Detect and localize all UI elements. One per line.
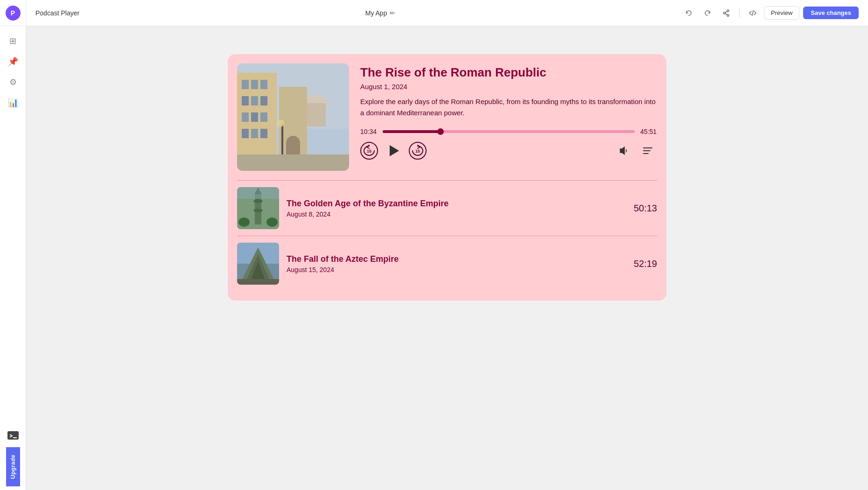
menu-line-3 — [643, 153, 649, 154]
episode-thumbnail-1 — [237, 187, 279, 229]
topbar-divider — [739, 8, 740, 18]
play-icon — [390, 145, 399, 156]
sidebar-item-settings[interactable]: ⚙ — [4, 73, 22, 91]
featured-thumbnail — [237, 63, 349, 171]
episode-thumbnail-2 — [237, 243, 279, 285]
episode-menu-button[interactable] — [638, 141, 657, 160]
episode-duration-1: 50:13 — [629, 203, 657, 214]
current-time: 10:34 — [360, 128, 377, 135]
featured-info: The Rise of the Roman Republic August 1,… — [360, 63, 657, 171]
share-button[interactable] — [719, 6, 734, 21]
svg-line-7 — [752, 11, 753, 15]
episode-info-1: The Golden Age of the Byzantine Empire A… — [287, 199, 622, 218]
undo-button[interactable] — [681, 6, 696, 21]
svg-point-4 — [727, 14, 729, 16]
progress-row: 10:34 45:51 — [360, 128, 657, 135]
svg-point-36 — [253, 209, 263, 212]
svg-rect-20 — [251, 112, 258, 122]
svg-rect-22 — [242, 129, 249, 138]
sidebar-item-grid[interactable]: ⊞ — [4, 32, 22, 50]
svg-line-6 — [725, 14, 727, 15]
svg-rect-17 — [251, 96, 258, 105]
topbar-left: Podcast Player — [35, 9, 79, 17]
svg-rect-19 — [242, 112, 249, 122]
svg-rect-23 — [251, 129, 258, 138]
sidebar: P ⊞ 📌 ⚙ 📊 Upgrade — [0, 0, 26, 490]
svg-marker-32 — [620, 147, 624, 154]
terminal-icon[interactable] — [4, 427, 22, 445]
featured-title: The Rise of the Roman Republic — [360, 65, 657, 80]
svg-rect-40 — [237, 187, 279, 199]
episode-info-2: The Fall of the Aztec Empire August 15, … — [287, 254, 622, 273]
svg-rect-21 — [260, 112, 267, 122]
topbar-right: Preview Save changes — [681, 6, 859, 21]
svg-rect-46 — [237, 279, 279, 285]
svg-rect-14 — [251, 80, 258, 89]
featured-description: Explore the early days of the Roman Repu… — [360, 96, 657, 119]
svg-text:15: 15 — [367, 149, 371, 154]
main-content: Podcast Player My App ✏ — [26, 0, 868, 490]
episode-item[interactable]: The Fall of the Aztec Empire August 15, … — [237, 236, 657, 291]
svg-text:15: 15 — [415, 149, 420, 154]
svg-point-35 — [253, 199, 263, 203]
svg-rect-18 — [260, 96, 267, 105]
svg-rect-0 — [7, 431, 19, 440]
episode-date-2: August 15, 2024 — [287, 266, 622, 273]
preview-button[interactable]: Preview — [764, 6, 799, 20]
episode-title-2: The Fall of the Aztec Empire — [287, 254, 622, 264]
progress-handle[interactable] — [437, 128, 444, 135]
app-logo: P — [6, 6, 21, 21]
svg-point-38 — [238, 217, 250, 227]
topbar-center: My App ✏ — [365, 9, 396, 17]
redo-button[interactable] — [700, 6, 715, 21]
sidebar-bottom: Upgrade — [4, 427, 22, 490]
svg-point-3 — [723, 12, 725, 14]
svg-point-39 — [266, 217, 278, 227]
sidebar-item-pin[interactable]: 📌 — [4, 52, 22, 71]
svg-rect-24 — [260, 129, 267, 138]
total-time: 45:51 — [640, 128, 657, 135]
app-name-label: Podcast Player — [35, 9, 79, 17]
menu-line-2 — [643, 150, 651, 151]
controls-left: 15 — [360, 141, 427, 161]
svg-rect-15 — [260, 80, 267, 89]
svg-line-5 — [725, 11, 727, 13]
play-button[interactable] — [384, 141, 403, 161]
code-button[interactable] — [745, 6, 760, 21]
progress-bar[interactable] — [383, 130, 635, 133]
volume-button[interactable] — [614, 141, 633, 160]
controls-row: 15 — [360, 141, 657, 161]
episode-date-1: August 8, 2024 — [287, 210, 622, 218]
episode-title-1: The Golden Age of the Byzantine Empire — [287, 199, 622, 209]
menu-lines-icon — [643, 147, 652, 154]
rewind-15-button[interactable]: 15 — [360, 142, 378, 160]
featured-episode: The Rise of the Roman Republic August 1,… — [237, 63, 657, 180]
edit-title-icon[interactable]: ✏ — [390, 9, 395, 17]
app-title-label: My App — [365, 9, 387, 17]
episode-item[interactable]: The Golden Age of the Byzantine Empire A… — [237, 181, 657, 236]
svg-rect-29 — [237, 154, 349, 171]
svg-rect-16 — [242, 96, 249, 105]
controls-right — [614, 141, 657, 160]
svg-point-2 — [727, 10, 729, 12]
svg-rect-13 — [242, 80, 249, 89]
upgrade-button[interactable]: Upgrade — [6, 447, 20, 486]
menu-line-1 — [643, 147, 652, 148]
episode-list: The Golden Age of the Byzantine Empire A… — [237, 180, 657, 291]
sidebar-nav: ⊞ 📌 ⚙ 📊 — [4, 26, 22, 490]
sidebar-logo: P — [0, 0, 26, 26]
progress-fill — [383, 130, 441, 133]
svg-point-28 — [277, 119, 284, 127]
topbar: Podcast Player My App ✏ — [26, 0, 868, 26]
canvas-area: The Rise of the Roman Republic August 1,… — [26, 26, 868, 490]
forward-15-button[interactable]: 15 — [409, 142, 427, 160]
save-changes-button[interactable]: Save changes — [803, 7, 859, 19]
featured-date: August 1, 2024 — [360, 83, 657, 91]
sidebar-item-chart[interactable]: 📊 — [4, 93, 22, 112]
podcast-widget: The Rise of the Roman Republic August 1,… — [228, 54, 666, 301]
episode-duration-2: 52:19 — [629, 259, 657, 269]
